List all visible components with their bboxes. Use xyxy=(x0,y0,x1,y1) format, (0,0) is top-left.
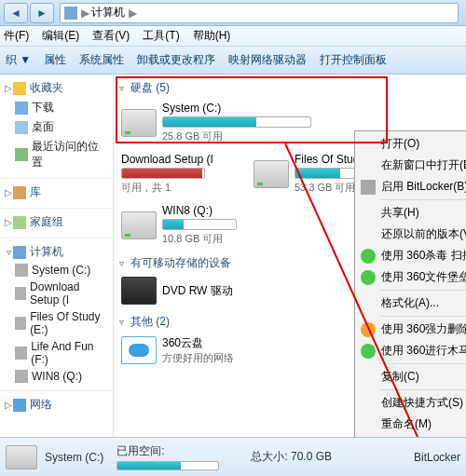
address-bar[interactable]: ▶ 计算机 ▶ xyxy=(60,3,459,23)
map-network-button[interactable]: 映射网络驱动器 xyxy=(228,52,307,68)
drive-name: Download Setup (I xyxy=(121,153,213,166)
control-panel-button[interactable]: 打开控制面板 xyxy=(320,52,387,68)
drive-name: 360云盘 xyxy=(162,335,234,351)
uninstall-button[interactable]: 卸载或更改程序 xyxy=(137,52,215,68)
computer-icon xyxy=(64,7,77,20)
drive-icon xyxy=(254,160,289,188)
main-pane: ▿硬盘 (5) System (C:) 25.8 GB 可用 Download … xyxy=(114,75,466,437)
drive-icon xyxy=(6,445,37,469)
desktop-icon xyxy=(15,121,28,134)
drive-icon xyxy=(15,370,28,383)
status-used-label: 已用空间: xyxy=(116,443,219,459)
drive-stat: 25.8 GB 可用 xyxy=(162,129,311,143)
drive-q[interactable]: WIN8 (Q:) 10.8 GB 可用 xyxy=(121,204,247,246)
dvd-icon xyxy=(121,277,157,305)
drive-stat: 可用，共 1 xyxy=(121,181,213,195)
drive-name: DVD RW 驱动 xyxy=(162,283,233,299)
sidebar-favorites[interactable]: 收藏夹 xyxy=(30,80,63,96)
section-hdd[interactable]: ▿硬盘 (5) xyxy=(119,78,460,100)
system-properties-button[interactable]: 系统属性 xyxy=(79,52,124,68)
sidebar-drive-q[interactable]: WIN8 (Q:) xyxy=(32,370,82,383)
menu-edit[interactable]: 编辑(E) xyxy=(42,28,79,44)
drive-icon xyxy=(15,264,28,277)
ctx-360-scan[interactable]: 使用 360杀毒 扫描 xyxy=(357,245,466,266)
toolbar: 织 ▼ 属性 系统属性 卸载或更改程序 映射网络驱动器 打开控制面板 xyxy=(0,47,466,75)
menu-file[interactable]: 件(F) xyxy=(4,28,29,44)
homegroup-icon xyxy=(13,216,26,229)
menu-help[interactable]: 帮助(H) xyxy=(193,28,231,44)
sidebar-network[interactable]: 网络 xyxy=(30,397,52,413)
bitlocker-icon xyxy=(361,180,376,195)
sidebar-downloads[interactable]: 下载 xyxy=(32,100,54,116)
drive-icon xyxy=(121,211,157,239)
status-capacity-bar xyxy=(116,461,219,470)
360-icon xyxy=(361,322,376,337)
ctx-copy[interactable]: 复制(C) xyxy=(357,366,466,388)
drive-i[interactable]: Download Setup (I 可用，共 1 xyxy=(121,153,233,195)
capacity-bar xyxy=(121,168,205,179)
sidebar: ▷收藏夹 下载 桌面 最近访问的位置 ▷库 ▷家庭组 ▿计算机 System (… xyxy=(0,75,114,437)
path-segment[interactable]: 计算机 xyxy=(91,5,125,20)
drive-c[interactable]: System (C:) 25.8 GB 可用 xyxy=(121,102,326,143)
sidebar-recent[interactable]: 最近访问的位置 xyxy=(32,139,109,170)
drive-desc: 方便好用的网络 xyxy=(162,351,234,365)
chevron-right-icon: ▶ xyxy=(81,7,89,20)
ctx-360-forcedel[interactable]: 使用 360强力删除 xyxy=(357,319,466,340)
360-icon xyxy=(361,344,376,359)
360-icon xyxy=(361,249,376,264)
body: ▷收藏夹 下载 桌面 最近访问的位置 ▷库 ▷家庭组 ▿计算机 System (… xyxy=(0,75,466,437)
sidebar-computer[interactable]: 计算机 xyxy=(30,244,63,260)
context-menu: 打开(O) 在新窗口中打开(E) 启用 BitLocker(B)... 共享(H… xyxy=(354,130,466,437)
library-icon xyxy=(13,186,26,199)
ctx-open[interactable]: 打开(O) xyxy=(357,133,466,155)
drive-stat: 10.8 GB 可用 xyxy=(162,232,237,246)
capacity-bar xyxy=(162,116,311,128)
drive-icon xyxy=(121,109,157,137)
ctx-rename[interactable]: 重命名(M) xyxy=(357,414,466,435)
ctx-360-vault[interactable]: 使用 360文件堡垒保护 xyxy=(357,266,466,288)
status-total: 总大小: 70.0 GB xyxy=(251,449,332,465)
drive-icon xyxy=(15,317,26,330)
sidebar-libraries[interactable]: 库 xyxy=(30,184,41,200)
status-bitlocker: BitLocker xyxy=(414,451,460,464)
ctx-bitlocker[interactable]: 启用 BitLocker(B)... xyxy=(357,176,466,197)
ctx-create-shortcut[interactable]: 创建快捷方式(S) xyxy=(357,392,466,414)
menu-view[interactable]: 查看(V) xyxy=(92,28,130,44)
sidebar-desktop[interactable]: 桌面 xyxy=(32,119,54,135)
ctx-format[interactable]: 格式化(A)... xyxy=(357,292,466,314)
menubar: 件(F) 编辑(E) 查看(V) 工具(T) 帮助(H) xyxy=(0,26,466,47)
360-icon xyxy=(361,270,376,285)
sidebar-drive-c[interactable]: System (C:) xyxy=(32,264,90,277)
chevron-right-icon: ▶ xyxy=(129,7,137,20)
drive-name: WIN8 (Q:) xyxy=(162,204,237,217)
ctx-restore-versions[interactable]: 还原以前的版本(V) xyxy=(357,224,466,245)
ctx-share[interactable]: 共享(H)▶ xyxy=(357,202,466,224)
sidebar-drive-i[interactable]: Download Setup (I xyxy=(30,280,109,306)
organize-button[interactable]: 织 ▼ xyxy=(6,52,31,68)
ctx-360-trojan[interactable]: 使用 360进行木马云查杀 xyxy=(357,340,466,361)
recent-icon xyxy=(15,148,28,161)
drive-icon xyxy=(15,347,27,360)
statusbar: System (C:) 已用空间: 总大小: 70.0 GB BitLocker xyxy=(0,437,466,476)
sidebar-drive-e[interactable]: Files Of Study (E:) xyxy=(30,310,109,336)
download-icon xyxy=(15,102,28,115)
drive-name: System (C:) xyxy=(162,102,311,115)
star-icon xyxy=(13,82,26,95)
explorer-window: ◄ ► ▶ 计算机 ▶ 件(F) 编辑(E) 查看(V) 工具(T) 帮助(H)… xyxy=(0,0,466,476)
cloud-drive[interactable]: 360云盘 方便好用的网络 xyxy=(121,335,280,365)
drive-icon xyxy=(15,287,26,300)
network-icon xyxy=(13,399,26,412)
cloud-icon xyxy=(121,336,157,364)
sidebar-drive-f[interactable]: Life And Fun (F:) xyxy=(31,340,109,366)
status-drive-name: System (C:) xyxy=(45,451,103,464)
capacity-bar xyxy=(162,219,237,230)
computer-icon xyxy=(13,246,26,259)
forward-button[interactable]: ► xyxy=(30,3,54,23)
properties-button[interactable]: 属性 xyxy=(44,52,66,68)
back-button[interactable]: ◄ xyxy=(4,3,28,23)
titlebar: ◄ ► ▶ 计算机 ▶ xyxy=(0,0,466,26)
dvd-drive[interactable]: DVD RW 驱动 xyxy=(121,277,261,305)
ctx-open-new-window[interactable]: 在新窗口中打开(E) xyxy=(357,155,466,176)
sidebar-homegroup[interactable]: 家庭组 xyxy=(30,214,63,230)
menu-tools[interactable]: 工具(T) xyxy=(143,28,179,44)
